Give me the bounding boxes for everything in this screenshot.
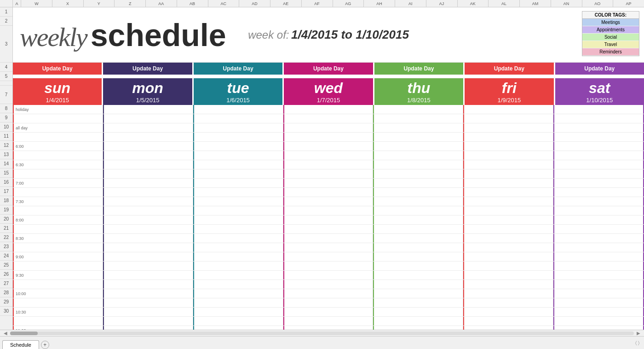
time-cell-wed-24[interactable] <box>283 326 374 330</box>
time-cell-sun-18[interactable]: 9:30 <box>13 271 103 279</box>
time-cell-sun-16[interactable]: 9:00 <box>13 252 103 261</box>
time-cell-wed-2[interactable] <box>283 123 374 132</box>
time-cell-sun-11[interactable] <box>13 206 103 215</box>
time-cell-thu-8[interactable] <box>373 179 463 187</box>
time-cell-sat-2[interactable] <box>553 123 644 132</box>
tab-schedule[interactable]: Schedule <box>2 340 39 349</box>
time-cell-fri-22[interactable] <box>463 308 553 316</box>
time-cell-mon-5[interactable] <box>103 151 193 160</box>
time-cell-thu-24[interactable] <box>373 326 463 330</box>
time-cell-sun-22[interactable]: 10:30 <box>13 308 103 316</box>
time-cell-thu-12[interactable] <box>373 215 463 224</box>
time-cell-thu-15[interactable] <box>373 243 463 252</box>
time-cell-wed-22[interactable] <box>283 308 374 316</box>
sat-update-day[interactable]: Update Day <box>555 63 644 75</box>
time-cell-sat-22[interactable] <box>553 308 644 316</box>
time-cell-wed-0[interactable] <box>283 105 374 114</box>
time-cell-tue-20[interactable] <box>193 289 283 298</box>
time-cell-fri-14[interactable] <box>463 234 553 243</box>
time-cell-mon-17[interactable] <box>103 262 193 270</box>
time-cell-tue-24[interactable] <box>193 326 283 330</box>
time-cell-wed-7[interactable] <box>283 169 374 178</box>
time-cell-sun-2[interactable]: all day <box>13 123 103 132</box>
time-cell-sat-21[interactable] <box>553 298 644 307</box>
time-cell-fri-20[interactable] <box>463 289 553 298</box>
time-cell-wed-17[interactable] <box>283 262 374 270</box>
time-cell-sun-13[interactable] <box>13 225 103 233</box>
time-cell-fri-24[interactable] <box>463 326 553 330</box>
time-cell-mon-2[interactable] <box>103 123 193 132</box>
time-cell-tue-10[interactable] <box>193 197 283 206</box>
time-cell-tue-8[interactable] <box>193 179 283 187</box>
time-cell-sat-1[interactable] <box>553 114 644 123</box>
scrollbar-thumb[interactable] <box>10 332 38 335</box>
time-cell-tue-4[interactable] <box>193 142 283 151</box>
time-cell-thu-11[interactable] <box>373 206 463 215</box>
time-cell-mon-20[interactable] <box>103 289 193 298</box>
time-cell-sun-17[interactable] <box>13 262 103 270</box>
time-cell-sun-9[interactable] <box>13 188 103 197</box>
time-cell-tue-13[interactable] <box>193 225 283 233</box>
time-cell-tue-9[interactable] <box>193 188 283 197</box>
time-cell-tue-17[interactable] <box>193 262 283 270</box>
time-cell-sat-18[interactable] <box>553 271 644 279</box>
time-cell-fri-12[interactable] <box>463 215 553 224</box>
time-cell-sun-6[interactable]: 6:30 <box>13 160 103 169</box>
time-cell-sat-8[interactable] <box>553 179 644 187</box>
time-cell-tue-18[interactable] <box>193 271 283 279</box>
time-cell-wed-4[interactable] <box>283 142 374 151</box>
time-cell-thu-7[interactable] <box>373 169 463 178</box>
time-cell-wed-5[interactable] <box>283 151 374 160</box>
time-cell-sat-0[interactable] <box>553 105 644 114</box>
wed-update-day[interactable]: Update Day <box>284 63 374 75</box>
time-cell-sat-13[interactable] <box>553 225 644 233</box>
time-cell-sun-8[interactable]: 7:00 <box>13 179 103 187</box>
time-cell-tue-23[interactable] <box>193 317 283 326</box>
time-cell-thu-6[interactable] <box>373 160 463 169</box>
time-cell-fri-8[interactable] <box>463 179 553 187</box>
time-cell-mon-13[interactable] <box>103 225 193 233</box>
time-cell-wed-15[interactable] <box>283 243 374 252</box>
time-cell-sat-3[interactable] <box>553 133 644 141</box>
time-cell-thu-13[interactable] <box>373 225 463 233</box>
time-cell-tue-16[interactable] <box>193 252 283 261</box>
time-cell-sat-15[interactable] <box>553 243 644 252</box>
time-cell-thu-2[interactable] <box>373 123 463 132</box>
time-cell-fri-10[interactable] <box>463 197 553 206</box>
time-cell-mon-16[interactable] <box>103 252 193 261</box>
time-cell-tue-0[interactable] <box>193 105 283 114</box>
time-cell-mon-10[interactable] <box>103 197 193 206</box>
time-cell-mon-8[interactable] <box>103 179 193 187</box>
time-cell-wed-20[interactable] <box>283 289 374 298</box>
time-cell-thu-18[interactable] <box>373 271 463 279</box>
time-cell-sun-3[interactable] <box>13 133 103 141</box>
time-cell-fri-11[interactable] <box>463 206 553 215</box>
thu-update-day[interactable]: Update Day <box>374 63 465 75</box>
time-cell-wed-21[interactable] <box>283 298 374 307</box>
time-cell-fri-7[interactable] <box>463 169 553 178</box>
time-cell-thu-4[interactable] <box>373 142 463 151</box>
time-cell-tue-22[interactable] <box>193 308 283 316</box>
time-cell-wed-1[interactable] <box>283 114 374 123</box>
time-cell-sat-17[interactable] <box>553 262 644 270</box>
time-cell-thu-17[interactable] <box>373 262 463 270</box>
time-cell-tue-21[interactable] <box>193 298 283 307</box>
time-cell-wed-8[interactable] <box>283 179 374 187</box>
time-cell-sat-20[interactable] <box>553 289 644 298</box>
time-cell-thu-20[interactable] <box>373 289 463 298</box>
time-cell-thu-0[interactable] <box>373 105 463 114</box>
time-cell-fri-17[interactable] <box>463 262 553 270</box>
horizontal-scrollbar[interactable]: ◀ ▶ <box>0 330 644 336</box>
time-cell-tue-5[interactable] <box>193 151 283 160</box>
time-cell-tue-6[interactable] <box>193 160 283 169</box>
time-cell-mon-11[interactable] <box>103 206 193 215</box>
time-cell-sun-10[interactable]: 7:30 <box>13 197 103 206</box>
time-cell-thu-22[interactable] <box>373 308 463 316</box>
time-cell-fri-18[interactable] <box>463 271 553 279</box>
time-cell-tue-12[interactable] <box>193 215 283 224</box>
time-cell-sun-14[interactable]: 8:30 <box>13 234 103 243</box>
time-cell-fri-3[interactable] <box>463 133 553 141</box>
time-cell-wed-14[interactable] <box>283 234 374 243</box>
time-cell-fri-16[interactable] <box>463 252 553 261</box>
time-cell-mon-22[interactable] <box>103 308 193 316</box>
